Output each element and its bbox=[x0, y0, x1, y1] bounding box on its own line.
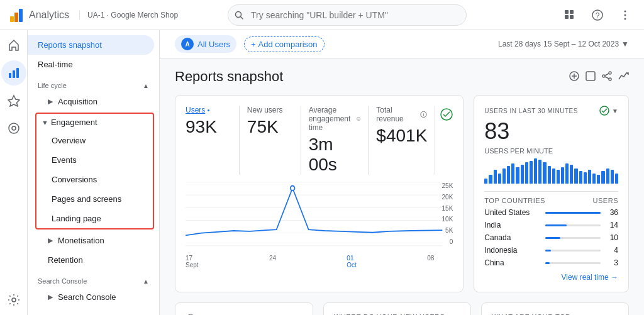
user-chip[interactable]: A All Users bbox=[175, 35, 236, 53]
settings-sidebar-btn[interactable] bbox=[1, 287, 26, 312]
nav-search-console[interactable]: ▶ Search Console bbox=[28, 287, 159, 307]
country-count: 10 bbox=[606, 233, 618, 242]
nav-landing-page[interactable]: Landing page bbox=[36, 209, 153, 228]
metric-engagement-label[interactable]: Average engagement time i bbox=[309, 106, 361, 132]
search-input[interactable] bbox=[228, 4, 467, 26]
more-button[interactable] bbox=[614, 4, 636, 26]
pages-screens-label: Pages and screens bbox=[52, 194, 121, 204]
metric-users-label[interactable]: Users bbox=[186, 106, 231, 114]
nav-reports-snapshot[interactable]: Reports snapshot bbox=[28, 35, 154, 55]
explore-sidebar-btn[interactable] bbox=[1, 88, 26, 113]
chart-x-labels: 17Sept 24 01Oct 08 bbox=[186, 255, 453, 268]
nav-monetisation[interactable]: ▶ Monetisation bbox=[28, 231, 159, 250]
insights-card: Insights bbox=[175, 302, 313, 315]
advertising-sidebar-btn[interactable] bbox=[1, 116, 26, 141]
country-rows: United States 36 India 14 Canada 10 Indo… bbox=[484, 208, 618, 267]
bottom-cards: Insights WHERE DO YOUR NEW USERS COME FR… bbox=[175, 302, 629, 315]
trend-icon bbox=[618, 70, 629, 82]
add-comparison-button[interactable]: + Add comparison bbox=[244, 36, 325, 52]
help-icon: ? bbox=[592, 9, 603, 21]
metric-engagement-value: 3m 00s bbox=[309, 135, 361, 175]
users-col-label: USERS bbox=[593, 197, 618, 204]
svg-text:?: ? bbox=[596, 11, 600, 19]
mini-bar bbox=[498, 174, 501, 184]
mini-bar bbox=[579, 171, 582, 184]
user-section: User ▲ bbox=[28, 307, 159, 315]
nav-conversions[interactable]: Conversions bbox=[36, 170, 153, 189]
apps-button[interactable] bbox=[558, 4, 581, 26]
country-name: Canada bbox=[484, 233, 540, 242]
view-realtime-link[interactable]: View real time → bbox=[562, 273, 618, 282]
monetisation-expand-icon: ▶ bbox=[48, 236, 53, 245]
nav-events[interactable]: Events bbox=[36, 150, 153, 170]
x-label-1: 17Sept bbox=[186, 255, 199, 268]
metric-revenue-label[interactable]: Total revenue i bbox=[376, 106, 427, 123]
realtime-label: USERS IN LAST 30 MINUTES ▼ bbox=[484, 106, 618, 116]
x-label-4: 08 bbox=[427, 255, 434, 268]
info-icon: i bbox=[357, 115, 360, 123]
user-chip-avatar: A bbox=[181, 38, 194, 50]
bookmark-icon bbox=[569, 70, 580, 82]
home-sidebar-btn[interactable] bbox=[1, 33, 26, 58]
add-comparison-label: Add comparison bbox=[258, 40, 318, 49]
country-row: Indonesia 4 bbox=[484, 246, 618, 255]
mini-bar bbox=[507, 166, 510, 184]
nav-realtime[interactable]: Real-time bbox=[28, 55, 159, 74]
country-bar-wrap bbox=[545, 250, 601, 251]
bookmark-button[interactable] bbox=[569, 70, 580, 84]
svg-point-26 bbox=[602, 75, 605, 77]
country-row: India 14 bbox=[484, 221, 618, 229]
acquisition-label: Acquisition bbox=[58, 97, 97, 106]
engagement-subitems: Overview Events Conversions Pages and sc… bbox=[36, 131, 153, 228]
cards-row: Users 93K New users 75K Average engageme… bbox=[175, 95, 629, 292]
nav-retention[interactable]: Retention bbox=[28, 250, 159, 270]
nav-pages-screens[interactable]: Pages and screens bbox=[36, 189, 153, 209]
svg-point-17 bbox=[9, 123, 19, 133]
realtime-options-btn[interactable]: ▼ bbox=[612, 108, 618, 114]
country-bar bbox=[545, 224, 567, 226]
nav-acquisition[interactable]: ▶ Acquisition bbox=[28, 92, 159, 111]
mini-bar bbox=[525, 162, 528, 184]
country-bar-wrap bbox=[545, 237, 601, 239]
svg-point-11 bbox=[624, 10, 626, 12]
check-circle-icon bbox=[440, 108, 453, 121]
mini-bar bbox=[552, 169, 555, 184]
account-info: UA-1 · Google Merch Shop bbox=[79, 11, 178, 19]
mini-bar-chart bbox=[484, 158, 618, 184]
analytics-logo-icon bbox=[8, 6, 25, 24]
engagement-header[interactable]: ▼ Engagement bbox=[36, 114, 153, 131]
date-range[interactable]: Last 28 days 15 Sept – 12 Oct 2023 ▼ bbox=[498, 40, 629, 48]
svg-rect-16 bbox=[16, 68, 19, 78]
mini-bar bbox=[543, 162, 546, 184]
mini-bar bbox=[516, 167, 519, 184]
nav-overview[interactable]: Overview bbox=[36, 131, 153, 150]
country-bar bbox=[545, 250, 552, 251]
y-label-10k: 10K bbox=[442, 216, 453, 223]
mini-bar bbox=[494, 170, 497, 184]
mini-bar bbox=[584, 172, 587, 184]
edit-button[interactable] bbox=[585, 70, 596, 84]
mini-bar bbox=[561, 167, 564, 184]
help-button[interactable]: ? bbox=[586, 4, 609, 26]
search-bar-container bbox=[228, 4, 467, 26]
trend-button[interactable] bbox=[618, 70, 629, 84]
landing-page-label: Landing page bbox=[52, 214, 101, 223]
content-header: A All Users + Add comparison Last 28 day… bbox=[160, 30, 644, 58]
svg-point-18 bbox=[12, 126, 16, 130]
metric-revenue: Total revenue i $401K bbox=[369, 106, 435, 175]
explore-icon bbox=[8, 94, 20, 107]
country-name: Indonesia bbox=[484, 246, 540, 255]
line-chart bbox=[186, 182, 453, 251]
main-layout: Reports snapshot Real-time Life cycle ▲ … bbox=[0, 30, 644, 315]
svg-point-19 bbox=[12, 298, 16, 302]
share-button[interactable] bbox=[601, 70, 613, 84]
more-icon bbox=[624, 9, 626, 21]
metric-new-users-label[interactable]: New users bbox=[247, 106, 293, 114]
y-label-15k: 15K bbox=[442, 205, 453, 212]
reports-sidebar-btn[interactable] bbox=[1, 60, 26, 86]
mini-bar bbox=[574, 169, 577, 184]
mini-bar bbox=[489, 175, 492, 184]
country-row: Canada 10 bbox=[484, 233, 618, 242]
svg-point-13 bbox=[624, 18, 626, 19]
nav-panel: Reports snapshot Real-time Life cycle ▲ … bbox=[28, 30, 160, 315]
